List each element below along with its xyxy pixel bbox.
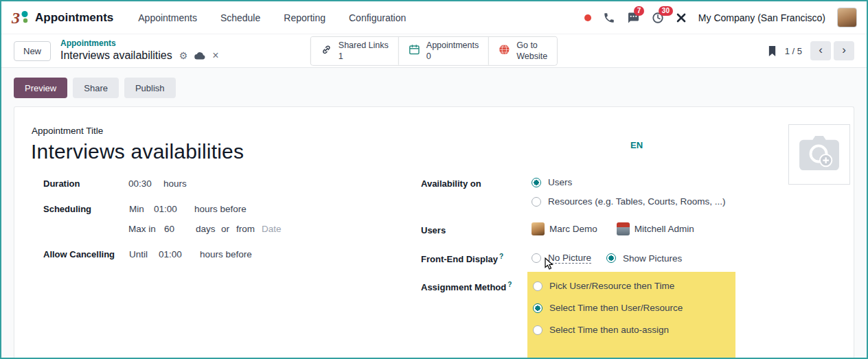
menu-configuration[interactable]: Configuration [349, 12, 406, 23]
cancel-prefix: Until [129, 249, 148, 259]
radio-resources-icon[interactable] [532, 197, 541, 207]
menu-schedule[interactable]: Schedule [220, 12, 260, 23]
share-button[interactable]: Share [73, 78, 119, 98]
pager-previous-button[interactable]: ‹ [810, 41, 831, 60]
calendar-icon [409, 44, 420, 58]
scheduling-max-unit: days [196, 224, 216, 234]
availability-option-users[interactable]: Users [532, 177, 726, 187]
scheduling-max-value[interactable]: 60 [164, 224, 174, 234]
app-window: { "colors": { "accent": "#017e84", "prim… [0, 0, 868, 359]
user-avatar[interactable] [837, 8, 857, 27]
clock-icon[interactable]: 30 [652, 12, 664, 24]
appointments-count-value: 0 [426, 51, 479, 62]
users-tags: Marc Demo Mitchell Admin [532, 222, 694, 235]
cross-icon[interactable] [676, 12, 687, 23]
radio-select-time-auto-assign-icon[interactable] [533, 325, 542, 335]
scheduling-max-prefix: Max in [128, 224, 156, 234]
save-cloud-icon[interactable] [194, 51, 205, 60]
radio-users-icon[interactable] [532, 178, 541, 187]
mitchell-admin-avatar [617, 222, 630, 235]
option-select-time-auto-assign[interactable]: Select Time then auto-assign [533, 325, 735, 335]
preview-button[interactable]: Preview [14, 78, 67, 98]
company-switcher[interactable]: My Company (San Francisco) [698, 12, 825, 23]
camera-plus-icon [798, 135, 841, 174]
language-badge[interactable]: EN [630, 140, 643, 150]
shared-links-button[interactable]: Shared Links 1 [311, 37, 399, 65]
chat-icon[interactable]: 7 [627, 12, 640, 24]
appointment-form-card: Appointment Title Interviews availabilit… [14, 106, 854, 358]
option-no-picture[interactable]: No Picture [532, 253, 591, 264]
menu-appointments[interactable]: Appointments [138, 12, 197, 23]
front-end-display-help-icon[interactable]: ? [499, 253, 503, 260]
scheduling-min-prefix: Min [129, 204, 144, 214]
top-navbar: 3 Appointments Appointments Schedule Rep… [1, 1, 867, 34]
scheduling-date-field[interactable]: Date [262, 224, 282, 234]
link-icon [321, 44, 332, 58]
duration-label: Duration [43, 178, 80, 189]
allow-cancelling-label: Allow Cancelling [43, 249, 115, 259]
assignment-method-label: Assignment Method? [421, 281, 512, 292]
availability-on-label: Availability on [421, 178, 481, 189]
shared-links-count: 1 [339, 51, 389, 62]
status-button-row: Preview Share Publish [1, 68, 867, 106]
menu-reporting[interactable]: Reporting [284, 12, 326, 23]
scheduling-label: Scheduling [43, 204, 91, 214]
appointments-count-label: Appointments [426, 40, 479, 51]
scheduling-from: from [236, 224, 255, 234]
radio-select-time-then-user-icon[interactable] [533, 303, 542, 313]
discard-icon[interactable]: × [212, 49, 218, 62]
appointment-title-value[interactable]: Interviews availabilities [31, 140, 244, 163]
front-end-display-label: Front-End Display? [421, 253, 503, 264]
radio-pick-user-then-time-icon[interactable] [533, 281, 542, 291]
availability-options: Users Resources (e.g. Tables, Courts, Ro… [532, 177, 726, 207]
duration-unit: hours [163, 178, 187, 189]
new-button[interactable]: New [14, 41, 51, 61]
user-tag-mitchell-admin[interactable]: Mitchell Admin [617, 222, 694, 235]
breadcrumb-current: Interviews availabilities [60, 49, 172, 62]
scheduling-min-value[interactable]: 01:00 [154, 204, 177, 214]
control-panel: New Appointments Interviews availabiliti… [1, 34, 867, 68]
breadcrumb: Appointments Interviews availabilities ⚙… [60, 39, 219, 62]
option-select-time-then-user[interactable]: Select Time then User/Resource [533, 303, 735, 313]
svg-text:3: 3 [11, 9, 20, 27]
phone-icon[interactable] [603, 12, 615, 24]
users-label: Users [421, 225, 446, 235]
breadcrumb-parent[interactable]: Appointments [60, 39, 219, 49]
radio-no-picture-icon[interactable] [532, 253, 541, 263]
page-body: Preview Share Publish Appointment Title … [1, 68, 867, 358]
main-menu: Appointments Schedule Reporting Configur… [138, 12, 406, 23]
pager: 1 / 5 ‹ › [768, 41, 854, 60]
systray: 7 30 My Company (San Francisco) [584, 8, 857, 27]
availability-option-resources[interactable]: Resources (e.g. Tables, Courts, Rooms, .… [532, 196, 726, 207]
go-to-label: Go to [516, 40, 547, 51]
website-label: Website [516, 51, 547, 62]
duration-value[interactable]: 00:30 [128, 178, 152, 189]
app-title[interactable]: Appointments [35, 11, 113, 25]
option-pick-user-then-time[interactable]: Pick User/Resource then Time [533, 281, 735, 291]
globe-icon [499, 44, 510, 58]
front-end-display-options: No Picture Show Pictures [532, 253, 682, 264]
assignment-method-options: Pick User/Resource then Time Select Time… [527, 272, 735, 335]
radio-show-pictures-icon[interactable] [606, 253, 616, 263]
clock-badge: 30 [659, 6, 673, 16]
cancel-value[interactable]: 01:00 [159, 249, 182, 259]
shared-links-label: Shared Links [339, 40, 389, 51]
stat-button-group: Shared Links 1 Appointments 0 [310, 36, 558, 66]
user-tag-marc-demo[interactable]: Marc Demo [532, 222, 597, 235]
marc-demo-avatar [532, 222, 545, 235]
image-upload-placeholder[interactable] [788, 124, 850, 185]
bookmark-icon[interactable] [768, 45, 777, 57]
appointments-app-icon[interactable]: 3 [11, 8, 30, 27]
scheduling-or: or [221, 224, 229, 234]
pager-next-button[interactable]: › [834, 41, 854, 60]
appointments-count-button[interactable]: Appointments 0 [399, 37, 489, 65]
publish-button[interactable]: Publish [124, 78, 176, 98]
scheduling-min-suffix: hours before [194, 204, 247, 214]
option-show-pictures[interactable]: Show Pictures [606, 253, 682, 264]
status-dot-icon[interactable] [584, 14, 591, 21]
appointment-title-label: Appointment Title [32, 126, 103, 136]
assignment-method-help-icon[interactable]: ? [507, 281, 512, 288]
cancel-suffix: hours before [200, 249, 252, 259]
go-to-website-button[interactable]: Go to Website [489, 37, 557, 65]
gear-icon[interactable]: ⚙ [179, 50, 188, 61]
